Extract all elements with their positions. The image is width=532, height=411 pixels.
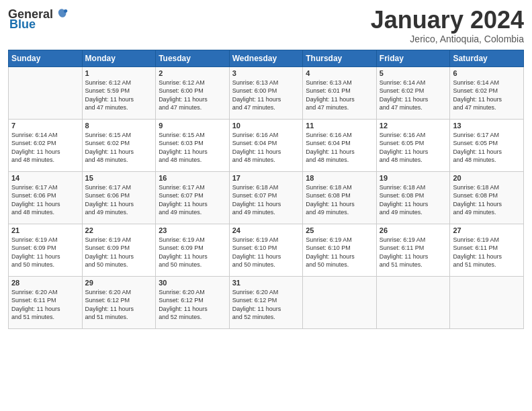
calendar-cell: 25Sunrise: 6:19 AMSunset: 6:10 PMDayligh…: [303, 224, 377, 276]
day-info: Sunrise: 6:18 AMSunset: 6:08 PMDaylight:…: [380, 183, 447, 217]
day-number: 4: [306, 69, 373, 77]
day-info: Sunrise: 6:19 AMSunset: 6:09 PMDaylight:…: [85, 236, 153, 269]
day-number: 31: [232, 279, 300, 287]
day-info: Sunrise: 6:16 AMSunset: 6:04 PMDaylight:…: [306, 131, 373, 165]
header-row: SundayMondayTuesdayWednesdayThursdayFrid…: [9, 50, 524, 66]
day-number: 13: [453, 122, 521, 130]
calendar-cell: 18Sunrise: 6:18 AMSunset: 6:08 PMDayligh…: [303, 171, 377, 224]
month-title: January 2024: [371, 7, 524, 34]
calendar-cell: 1Sunrise: 6:12 AMSunset: 5:59 PMDaylight…: [82, 66, 156, 119]
day-info: Sunrise: 6:19 AMSunset: 6:11 PMDaylight:…: [380, 236, 447, 269]
day-number: 27: [453, 226, 521, 234]
logo-bird-icon: [54, 7, 69, 21]
logo: General Blue: [8, 7, 69, 32]
calendar-cell: 30Sunrise: 6:20 AMSunset: 6:12 PMDayligh…: [156, 276, 230, 328]
day-info: Sunrise: 6:20 AMSunset: 6:11 PMDaylight:…: [11, 288, 79, 322]
col-header-sunday: Sunday: [9, 50, 83, 66]
calendar-cell: 24Sunrise: 6:19 AMSunset: 6:10 PMDayligh…: [229, 224, 303, 276]
day-number: 11: [306, 122, 373, 130]
logo-blue: Blue: [9, 17, 36, 32]
calendar-cell: 21Sunrise: 6:19 AMSunset: 6:09 PMDayligh…: [9, 224, 83, 276]
day-number: 3: [232, 69, 300, 77]
calendar-cell: 8Sunrise: 6:15 AMSunset: 6:02 PMDaylight…: [82, 119, 156, 171]
day-number: 17: [232, 174, 300, 182]
calendar-cell: 10Sunrise: 6:16 AMSunset: 6:04 PMDayligh…: [229, 119, 303, 171]
day-info: Sunrise: 6:18 AMSunset: 6:08 PMDaylight:…: [306, 183, 373, 217]
day-info: Sunrise: 6:12 AMSunset: 6:00 PMDaylight:…: [159, 79, 226, 112]
col-header-friday: Friday: [376, 50, 450, 66]
calendar-cell: 2Sunrise: 6:12 AMSunset: 6:00 PMDaylight…: [156, 66, 230, 119]
day-number: 23: [159, 226, 226, 234]
calendar-cell: 5Sunrise: 6:14 AMSunset: 6:02 PMDaylight…: [376, 66, 450, 119]
day-number: 24: [232, 226, 300, 234]
week-row-4: 21Sunrise: 6:19 AMSunset: 6:09 PMDayligh…: [9, 224, 524, 276]
week-row-1: 1Sunrise: 6:12 AMSunset: 5:59 PMDaylight…: [9, 66, 524, 119]
day-number: 25: [306, 226, 373, 234]
calendar-cell: 31Sunrise: 6:20 AMSunset: 6:12 PMDayligh…: [229, 276, 303, 328]
day-number: 6: [453, 69, 521, 77]
calendar-cell: 4Sunrise: 6:13 AMSunset: 6:01 PMDaylight…: [303, 66, 377, 119]
calendar-cell: 28Sunrise: 6:20 AMSunset: 6:11 PMDayligh…: [9, 276, 83, 328]
day-info: Sunrise: 6:20 AMSunset: 6:12 PMDaylight:…: [232, 288, 300, 322]
main-container: General Blue January 2024 Jerico, Antioq…: [0, 0, 532, 411]
calendar-cell: 19Sunrise: 6:18 AMSunset: 6:08 PMDayligh…: [376, 171, 450, 224]
header: General Blue January 2024 Jerico, Antioq…: [8, 7, 524, 44]
calendar-cell: 9Sunrise: 6:15 AMSunset: 6:03 PMDaylight…: [156, 119, 230, 171]
calendar-cell: [303, 276, 377, 328]
col-header-monday: Monday: [82, 50, 156, 66]
col-header-saturday: Saturday: [450, 50, 524, 66]
day-number: 29: [85, 279, 153, 287]
day-info: Sunrise: 6:19 AMSunset: 6:11 PMDaylight:…: [453, 236, 521, 269]
day-number: 1: [85, 69, 153, 77]
day-info: Sunrise: 6:19 AMSunset: 6:10 PMDaylight:…: [306, 236, 373, 269]
calendar-cell: [376, 276, 450, 328]
day-number: 16: [159, 174, 226, 182]
day-info: Sunrise: 6:16 AMSunset: 6:04 PMDaylight:…: [232, 131, 300, 165]
day-info: Sunrise: 6:17 AMSunset: 6:05 PMDaylight:…: [453, 131, 521, 165]
calendar-cell: 12Sunrise: 6:16 AMSunset: 6:05 PMDayligh…: [376, 119, 450, 171]
day-info: Sunrise: 6:16 AMSunset: 6:05 PMDaylight:…: [380, 131, 447, 165]
calendar-cell: 6Sunrise: 6:14 AMSunset: 6:02 PMDaylight…: [450, 66, 524, 119]
day-info: Sunrise: 6:17 AMSunset: 6:06 PMDaylight:…: [11, 183, 79, 217]
calendar-cell: 13Sunrise: 6:17 AMSunset: 6:05 PMDayligh…: [450, 119, 524, 171]
col-header-thursday: Thursday: [303, 50, 377, 66]
day-info: Sunrise: 6:15 AMSunset: 6:02 PMDaylight:…: [85, 131, 153, 165]
day-info: Sunrise: 6:19 AMSunset: 6:10 PMDaylight:…: [232, 236, 300, 269]
day-info: Sunrise: 6:14 AMSunset: 6:02 PMDaylight:…: [380, 79, 447, 112]
day-number: 28: [11, 279, 79, 287]
col-header-tuesday: Tuesday: [156, 50, 230, 66]
week-row-2: 7Sunrise: 6:14 AMSunset: 6:02 PMDaylight…: [9, 119, 524, 171]
day-number: 15: [85, 174, 153, 182]
location: Jerico, Antioquia, Colombia: [371, 34, 524, 44]
day-info: Sunrise: 6:14 AMSunset: 6:02 PMDaylight:…: [11, 131, 79, 165]
day-info: Sunrise: 6:19 AMSunset: 6:09 PMDaylight:…: [159, 236, 226, 269]
calendar-cell: 15Sunrise: 6:17 AMSunset: 6:06 PMDayligh…: [82, 171, 156, 224]
day-number: 18: [306, 174, 373, 182]
calendar-cell: 3Sunrise: 6:13 AMSunset: 6:00 PMDaylight…: [229, 66, 303, 119]
day-number: 20: [453, 174, 521, 182]
day-info: Sunrise: 6:14 AMSunset: 6:02 PMDaylight:…: [453, 79, 521, 112]
calendar-cell: 22Sunrise: 6:19 AMSunset: 6:09 PMDayligh…: [82, 224, 156, 276]
calendar-cell: 29Sunrise: 6:20 AMSunset: 6:12 PMDayligh…: [82, 276, 156, 328]
calendar-cell: 7Sunrise: 6:14 AMSunset: 6:02 PMDaylight…: [9, 119, 83, 171]
day-number: 19: [380, 174, 447, 182]
day-info: Sunrise: 6:18 AMSunset: 6:08 PMDaylight:…: [453, 183, 521, 217]
calendar-cell: 23Sunrise: 6:19 AMSunset: 6:09 PMDayligh…: [156, 224, 230, 276]
day-info: Sunrise: 6:12 AMSunset: 5:59 PMDaylight:…: [85, 79, 153, 112]
day-number: 2: [159, 69, 226, 77]
day-number: 26: [380, 226, 447, 234]
calendar-cell: 16Sunrise: 6:17 AMSunset: 6:07 PMDayligh…: [156, 171, 230, 224]
day-number: 14: [11, 174, 79, 182]
day-number: 8: [85, 122, 153, 130]
day-info: Sunrise: 6:13 AMSunset: 6:01 PMDaylight:…: [306, 79, 373, 112]
day-number: 7: [11, 122, 79, 130]
day-info: Sunrise: 6:18 AMSunset: 6:07 PMDaylight:…: [232, 183, 300, 217]
day-info: Sunrise: 6:17 AMSunset: 6:06 PMDaylight:…: [85, 183, 153, 217]
day-info: Sunrise: 6:13 AMSunset: 6:00 PMDaylight:…: [232, 79, 300, 112]
day-number: 30: [159, 279, 226, 287]
calendar-cell: 17Sunrise: 6:18 AMSunset: 6:07 PMDayligh…: [229, 171, 303, 224]
week-row-3: 14Sunrise: 6:17 AMSunset: 6:06 PMDayligh…: [9, 171, 524, 224]
day-info: Sunrise: 6:15 AMSunset: 6:03 PMDaylight:…: [159, 131, 226, 165]
col-header-wednesday: Wednesday: [229, 50, 303, 66]
day-info: Sunrise: 6:20 AMSunset: 6:12 PMDaylight:…: [85, 288, 153, 322]
